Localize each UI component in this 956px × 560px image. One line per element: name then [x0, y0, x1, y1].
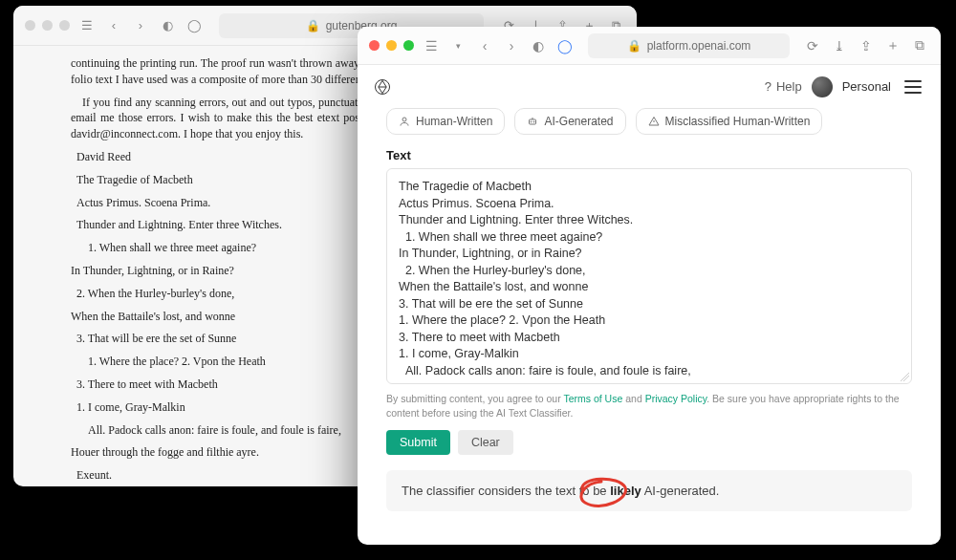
- new-tab-icon[interactable]: ＋: [883, 36, 902, 55]
- privacy-icon[interactable]: ◐: [158, 16, 177, 35]
- chip-label: AI-Generated: [544, 115, 613, 128]
- svg-point-3: [531, 121, 532, 122]
- lock-icon: 🔒: [306, 19, 320, 32]
- download-icon[interactable]: ⤓: [830, 36, 849, 55]
- address-text: platform.openai.com: [647, 39, 751, 53]
- minimize-icon[interactable]: [386, 40, 397, 51]
- share-icon[interactable]: ⇪: [857, 36, 876, 55]
- browser-toolbar-foreground: ☰ ▾ ‹ › ◐ ◯ 🔒 platform.openai.com ⟳ ⤓ ⇪ …: [358, 27, 941, 65]
- robot-icon: [527, 116, 538, 127]
- result-text-post: AI-generated.: [641, 484, 720, 498]
- profile-name[interactable]: Personal: [842, 79, 891, 94]
- privacy-link[interactable]: Privacy Policy: [645, 393, 707, 404]
- result-verdict: likely: [610, 484, 641, 498]
- help-label: Help: [776, 79, 802, 94]
- privacy-icon[interactable]: ◐: [529, 36, 548, 55]
- zoom-icon[interactable]: [59, 20, 70, 31]
- tabs-icon[interactable]: ⧉: [910, 36, 929, 55]
- openai-logo-icon[interactable]: [373, 77, 392, 97]
- chip-ai-generated[interactable]: AI-Generated: [514, 108, 625, 135]
- svg-point-4: [533, 121, 534, 122]
- zoom-icon[interactable]: [403, 40, 414, 51]
- submit-button[interactable]: Submit: [386, 430, 450, 455]
- legal-disclaimer: By submitting content, you agree to our …: [386, 392, 912, 420]
- shield-icon[interactable]: ◯: [555, 36, 575, 55]
- chip-label: Human-Written: [416, 115, 492, 128]
- field-label-text: Text: [386, 148, 912, 162]
- avatar[interactable]: [812, 76, 833, 97]
- app-header: ? Help Personal: [358, 65, 941, 108]
- terms-link[interactable]: Terms of Use: [563, 393, 622, 404]
- person-icon: [399, 116, 410, 127]
- sidebar-toggle-icon[interactable]: ☰: [422, 36, 441, 55]
- warning-icon: [648, 116, 660, 127]
- shield-icon[interactable]: ◯: [185, 16, 204, 35]
- back-icon[interactable]: ‹: [475, 36, 494, 55]
- chip-misclassified[interactable]: Misclassified Human-Written: [636, 108, 823, 135]
- close-icon[interactable]: [25, 20, 35, 31]
- browser-window-foreground: ☰ ▾ ‹ › ◐ ◯ 🔒 platform.openai.com ⟳ ⤓ ⇪ …: [358, 27, 941, 545]
- window-controls[interactable]: [25, 20, 70, 31]
- minimize-icon[interactable]: [42, 20, 53, 31]
- close-icon[interactable]: [369, 40, 380, 51]
- sample-chips: Human-Written AI-Generated Misclassified…: [386, 108, 912, 135]
- svg-point-1: [402, 118, 406, 121]
- result-text-pre: The classifier considers the text to be: [402, 484, 610, 498]
- clear-button[interactable]: Clear: [458, 430, 513, 455]
- forward-icon[interactable]: ›: [502, 36, 521, 55]
- window-controls[interactable]: [369, 40, 414, 51]
- back-icon[interactable]: ‹: [104, 16, 123, 35]
- forward-icon[interactable]: ›: [131, 16, 150, 35]
- text-input[interactable]: The Tragedie of Macbeth Actus Primus. Sc…: [386, 168, 912, 384]
- chip-label: Misclassified Human-Written: [665, 115, 811, 128]
- sidebar-toggle-icon[interactable]: ☰: [77, 16, 97, 35]
- help-icon: ?: [765, 79, 771, 94]
- classifier-result: The classifier considers the text to be …: [386, 470, 912, 511]
- menu-icon[interactable]: [901, 76, 925, 97]
- app-body: Human-Written AI-Generated Misclassified…: [358, 108, 941, 545]
- reload-icon[interactable]: ⟳: [803, 36, 822, 55]
- button-row: Submit Clear: [386, 430, 912, 455]
- chip-human-written[interactable]: Human-Written: [386, 108, 505, 135]
- address-bar[interactable]: 🔒 platform.openai.com: [588, 33, 790, 58]
- chevron-down-icon[interactable]: ▾: [448, 36, 467, 55]
- lock-icon: 🔒: [627, 39, 641, 53]
- help-link[interactable]: ? Help: [765, 79, 802, 94]
